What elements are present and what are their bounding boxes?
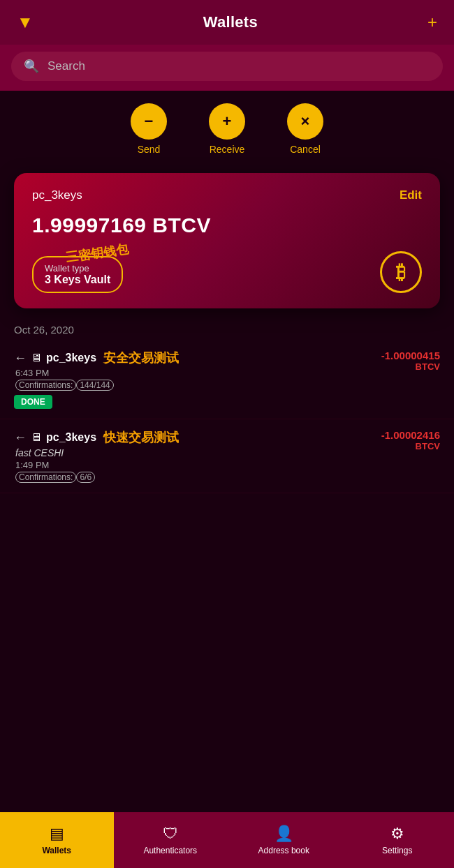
tx-fast-label: fast CESHI <box>14 447 381 458</box>
filter-icon[interactable]: ▼ <box>17 13 34 32</box>
tx-arrow-icon: ← <box>14 351 27 366</box>
wallets-label: Wallets <box>42 846 71 855</box>
tx-left: ← 🖥 pc_3keys 安全交易测试 6:43 PM Confirmation… <box>14 350 381 409</box>
tx-time: 6:43 PM <box>14 368 381 378</box>
transaction-item[interactable]: ← 🖥 pc_3keys 快速交易测试 fast CESHI 1:49 PM C… <box>0 419 454 493</box>
tx-amount-value: -1.00000415 <box>381 350 440 361</box>
settings-label: Settings <box>382 846 412 855</box>
tx-time: 1:49 PM <box>14 460 381 470</box>
address-book-icon: 👤 <box>274 825 293 843</box>
nav-wallets[interactable]: ▤ Wallets <box>0 812 114 868</box>
tx-amount: -1.00002416 BTCV <box>381 429 440 451</box>
nav-authenticators[interactable]: 🛡 Authenticators <box>114 812 228 868</box>
search-inner[interactable]: 🔍 Search <box>11 52 443 81</box>
date-label: Oct 26, 2020 <box>0 315 454 340</box>
send-icon: − <box>131 103 167 140</box>
tx-confirmations: Confirmations: 144/144 <box>14 380 381 391</box>
tx-annotation-1: 安全交易测试 <box>103 350 179 366</box>
tx-amount-value: -1.00002416 <box>381 429 440 441</box>
authenticators-label: Authenticators <box>143 846 197 855</box>
tx-confirmations-label: Confirmations: <box>15 380 76 391</box>
tx-confirmations-value: 6/6 <box>76 472 95 483</box>
tx-confirmations-label: Confirmations: <box>15 472 76 483</box>
action-row: − Send + Receive × Cancel <box>0 91 454 160</box>
tx-top: ← 🖥 pc_3keys 快速交易测试 fast CESHI 1:49 PM C… <box>14 429 440 483</box>
tx-wallet-icon: 🖥 <box>31 352 42 364</box>
wallet-card-wrap: pc_3keys Edit 1.99997169 BTCV Wallet typ… <box>0 160 454 315</box>
page-title: Wallets <box>203 13 258 31</box>
cancel-button[interactable]: × Cancel <box>287 103 323 155</box>
send-label: Send <box>138 144 161 155</box>
wallet-type-annotation: 三密钥钱包 <box>65 241 129 266</box>
nav-settings[interactable]: ⚙ Settings <box>341 812 455 868</box>
tx-arrow-icon: ← <box>14 431 27 445</box>
tx-title-row: ← 🖥 pc_3keys 安全交易测试 <box>14 350 381 366</box>
wallets-icon: ▤ <box>50 825 64 843</box>
search-placeholder: Search <box>47 59 85 73</box>
wallet-card-header: pc_3keys Edit <box>32 188 422 202</box>
add-icon[interactable]: + <box>427 13 437 32</box>
settings-icon: ⚙ <box>390 825 404 843</box>
receive-button[interactable]: + Receive <box>209 103 245 155</box>
tx-amount-unit: BTCV <box>381 441 440 451</box>
header: ▼ Wallets + <box>0 0 454 45</box>
wallet-balance: 1.99997169 BTCV <box>32 214 422 237</box>
tx-wallet-name: pc_3keys <box>46 352 96 364</box>
btc-icon: ₿ <box>380 251 422 293</box>
wallet-type-box: Wallet type 3 Keys Vault 三密钥钱包 <box>32 256 123 293</box>
cancel-icon: × <box>287 103 323 140</box>
tx-amount-unit: BTCV <box>381 361 440 372</box>
wallet-edit-button[interactable]: Edit <box>400 188 422 202</box>
wallet-card-footer: Wallet type 3 Keys Vault 三密钥钱包 ₿ <box>32 251 422 293</box>
send-button[interactable]: − Send <box>131 103 167 155</box>
cancel-label: Cancel <box>290 144 321 155</box>
tx-annotation-2: 快速交易测试 <box>103 429 179 446</box>
tx-top: ← 🖥 pc_3keys 安全交易测试 6:43 PM Confirmation… <box>14 350 440 409</box>
wallet-type-label: Wallet type <box>45 263 110 274</box>
search-icon: 🔍 <box>24 59 39 74</box>
wallet-card-name: pc_3keys <box>32 188 82 202</box>
authenticators-icon: 🛡 <box>163 825 178 843</box>
address-book-label: Address book <box>258 846 309 855</box>
nav-address-book[interactable]: 👤 Address book <box>227 812 341 868</box>
receive-label: Receive <box>210 144 245 155</box>
transaction-item[interactable]: ← 🖥 pc_3keys 安全交易测试 6:43 PM Confirmation… <box>0 340 454 419</box>
bottom-nav: ▤ Wallets 🛡 Authenticators 👤 Address boo… <box>0 812 454 868</box>
wallet-type-value: 3 Keys Vault <box>45 274 110 286</box>
tx-wallet-icon: 🖥 <box>31 431 42 444</box>
wallet-card[interactable]: pc_3keys Edit 1.99997169 BTCV Wallet typ… <box>14 173 440 308</box>
tx-confirmations-value: 144/144 <box>76 380 113 391</box>
tx-status-done: DONE <box>14 392 381 409</box>
receive-icon: + <box>209 103 245 140</box>
search-bar: 🔍 Search <box>0 45 454 91</box>
tx-amount: -1.00000415 BTCV <box>381 350 440 372</box>
tx-left: ← 🖥 pc_3keys 快速交易测试 fast CESHI 1:49 PM C… <box>14 429 381 483</box>
tx-wallet-name: pc_3keys <box>46 431 96 444</box>
tx-title-row: ← 🖥 pc_3keys 快速交易测试 <box>14 429 381 446</box>
tx-confirmations: Confirmations: 6/6 <box>14 472 381 483</box>
